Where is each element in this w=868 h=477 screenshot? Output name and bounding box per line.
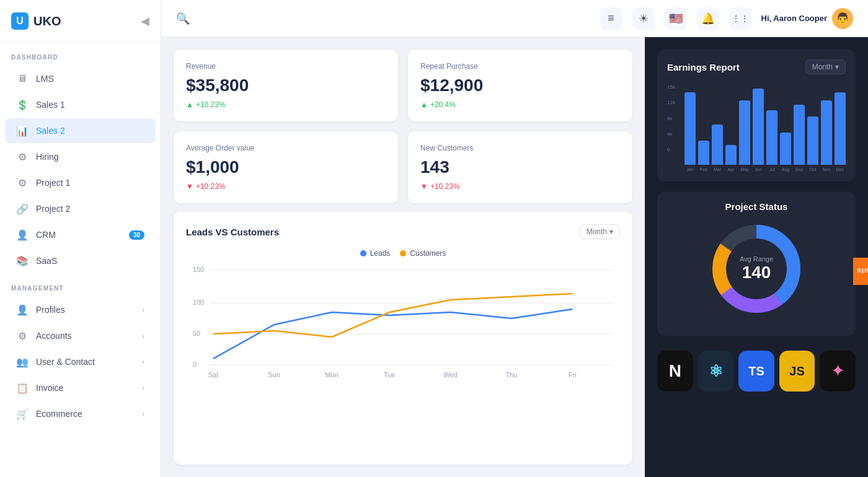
bar-mar (712, 125, 723, 165)
header: 🔍 ≡ ☀ 🇺🇸 🔔 ⋮⋮ Hi, Aaron Cooper 👨 (161, 0, 868, 37)
sales1-icon: 💲 (16, 98, 29, 111)
leads-chart-svg: 150 100 50 0 Sat (186, 263, 620, 387)
bar-oct (807, 116, 818, 165)
svg-text:50: 50 (193, 330, 200, 336)
stat-card-customers: New Customers 143 ▼ +10.23% (408, 131, 632, 203)
svg-text:0: 0 (193, 361, 197, 367)
menu-icon-button[interactable]: ≡ (600, 7, 622, 30)
hiring-icon: ⚙ (16, 151, 29, 163)
arrow-down-icon: ▼ (186, 182, 193, 191)
tech-figma: ✦ (820, 351, 856, 392)
logo: U UKO (11, 12, 61, 30)
sidebar-item-lms[interactable]: 🖥 LMS (5, 66, 156, 91)
notification-button[interactable]: 🔔 (697, 7, 719, 30)
bar-nov (821, 100, 832, 165)
management-section-label: MANAGEMENT (0, 274, 161, 297)
stat-change: ▲ +20.4% (420, 100, 620, 109)
earnings-filter-button[interactable]: Month ▾ (805, 59, 846, 74)
stat-change-value: +20.4% (430, 100, 456, 109)
sidebar-item-label: Project 1 (36, 178, 70, 188)
sidebar-logo: U UKO ◀ (0, 0, 161, 43)
sidebar-item-project1[interactable]: ⚙ Project 1 (5, 170, 156, 195)
bar-jul (766, 110, 777, 165)
sidebar-item-crm[interactable]: 👤 CRM 30 (5, 222, 156, 247)
customers-dot (400, 250, 406, 256)
flag-icon-button[interactable]: 🇺🇸 (665, 7, 687, 30)
tech-stack: N ⚛ TS JS ✦ (657, 351, 856, 392)
chart-title: Leads VS Customers (186, 227, 279, 237)
chevron-right-icon: › (142, 384, 144, 392)
arrow-up-icon: ▲ (420, 100, 428, 109)
sidebar-item-project2[interactable]: 🔗 Project 2 (5, 196, 156, 221)
sidebar-item-label: Profiles (36, 305, 65, 315)
bar-jun (753, 89, 764, 165)
chevron-down-icon: ▾ (609, 227, 613, 236)
svg-text:100: 100 (193, 299, 204, 305)
leads-label: Leads (370, 249, 391, 258)
sidebar-item-profiles[interactable]: 👤 Profiles › (5, 297, 156, 322)
sidebar-item-label: CRM (36, 230, 56, 240)
svg-text:Fri: Fri (569, 372, 577, 378)
svg-text:Thu: Thu (506, 372, 518, 378)
user-profile[interactable]: Hi, Aaron Cooper 👨 (761, 8, 853, 29)
sidebar-item-sales1[interactable]: 💲 Sales 1 (5, 92, 156, 117)
svg-text:Mon: Mon (326, 372, 339, 378)
donut-chart: Avg Range 140 (707, 219, 806, 318)
sidebar-item-sales2[interactable]: 📊 Sales 2 (5, 118, 156, 143)
chevron-right-icon: › (142, 410, 144, 418)
theme-toggle-button[interactable]: ☀ (632, 7, 655, 30)
stat-change: ▼ +10.23% (186, 182, 386, 191)
bar-apr (725, 145, 737, 165)
project1-icon: ⚙ (16, 177, 29, 189)
grid-menu-button[interactable]: ⋮⋮ (729, 7, 751, 30)
project2-icon: 🔗 (16, 203, 29, 215)
stat-value: $1,000 (186, 157, 386, 177)
project-status-card: Project Status (657, 191, 856, 336)
sidebar-item-invoice[interactable]: 📋 Invoice › (5, 375, 156, 400)
chart-filter-button[interactable]: Month ▾ (580, 224, 620, 239)
sidebar-item-user-contact[interactable]: 👥 User & Contact › (5, 349, 156, 374)
sidebar-item-label: SaaS (36, 256, 57, 266)
leads-dot (360, 250, 366, 256)
sidebar: U UKO ◀ DASHBOARD 🖥 LMS 💲 Sales 1 📊 Sale… (0, 0, 161, 477)
dashboard-section-label: DASHBOARD (0, 43, 161, 66)
bar-dec (835, 92, 846, 165)
stat-card-repeat: Repeat Purchase $12,900 ▲ +20.4% (408, 50, 632, 121)
tech-typescript: TS (738, 351, 774, 392)
svg-text:Sat: Sat (208, 372, 218, 378)
sidebar-item-ecommerce[interactable]: 🛒 Ecommerce › (5, 401, 156, 426)
user-avatar: 👨 (832, 8, 853, 29)
sidebar-item-label: Hiring (36, 152, 59, 162)
bar-aug (780, 133, 791, 165)
bar-feb (698, 141, 709, 165)
stat-value: 143 (420, 157, 620, 177)
legend-leads: Leads (360, 249, 391, 258)
stat-change: ▼ +10.23% (420, 182, 620, 191)
sidebar-collapse-button[interactable]: ◀ (141, 14, 149, 28)
sidebar-item-label: Accounts (36, 331, 72, 341)
sidebar-item-accounts[interactable]: ⚙ Accounts › (5, 323, 156, 348)
chart-legend: Leads Customers (186, 249, 620, 258)
stat-card-revenue: Revenue $35,800 ▲ +10.23% (174, 50, 398, 121)
stat-value: $35,800 (186, 76, 386, 95)
sidebar-item-hiring[interactable]: ⚙ Hiring (5, 144, 156, 169)
invoice-icon: 📋 (16, 382, 29, 394)
stat-change-value: +10.23% (196, 100, 226, 109)
bar-jan (684, 92, 696, 165)
donut-center: Avg Range 140 (740, 255, 773, 282)
tech-react: ⚛ (698, 351, 734, 392)
project-status-title: Project Status (725, 201, 788, 212)
sidebar-item-label: Invoice (36, 383, 63, 393)
bar-sep (794, 105, 805, 165)
earnings-dark-card: Earnings Report Month ▾ 15k 11k 8k 4k 0 (657, 50, 856, 182)
user-contact-icon: 👥 (16, 356, 29, 368)
stat-value: $12,900 (420, 76, 620, 95)
sidebar-item-saas[interactable]: 📚 SaaS (5, 248, 156, 273)
search-bar[interactable]: 🔍 (176, 12, 590, 25)
svg-text:150: 150 (193, 266, 204, 273)
chevron-right-icon: › (142, 358, 144, 365)
earnings-title: Earnings Report (667, 62, 740, 72)
app-name: UKO (33, 14, 61, 28)
sidebar-item-label: Project 2 (36, 204, 70, 214)
layouts-tab[interactable]: Layouts (852, 258, 868, 285)
